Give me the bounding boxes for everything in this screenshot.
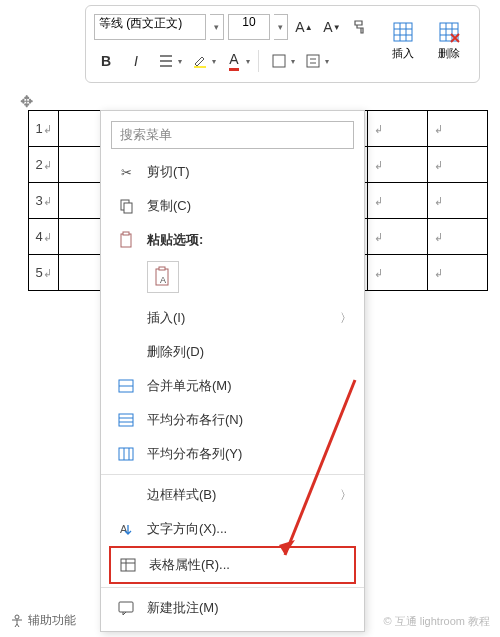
highlight-icon[interactable]: [188, 49, 212, 73]
merge-cells-icon: [115, 375, 137, 397]
table-properties-icon: [117, 554, 139, 576]
status-bar-accessibility[interactable]: 辅助功能: [10, 612, 76, 629]
comment-icon: [115, 597, 137, 619]
paste-option-keep-text[interactable]: A: [147, 261, 179, 293]
size-dropdown-icon[interactable]: ▾: [274, 14, 288, 40]
text-direction-icon: A: [115, 518, 137, 540]
insert-label: 插入: [392, 46, 414, 61]
context-menu: 搜索菜单 ✂ 剪切(T) 复制(C) 粘贴选项: A 插入(I) 〉 删除列(D…: [100, 110, 365, 632]
svg-rect-25: [159, 267, 165, 270]
border-icon[interactable]: [267, 49, 291, 73]
svg-rect-29: [119, 414, 133, 426]
menu-cut[interactable]: ✂ 剪切(T): [101, 155, 364, 189]
chevron-right-icon: 〉: [340, 487, 352, 504]
increase-font-icon[interactable]: A▲: [292, 15, 316, 39]
menu-table-properties[interactable]: 表格属性(R)...: [111, 548, 354, 582]
font-dropdown-icon[interactable]: ▾: [210, 14, 224, 40]
dist-cols-icon: [115, 443, 137, 465]
chevron-right-icon: 〉: [340, 310, 352, 327]
svg-rect-22: [121, 234, 131, 247]
font-select[interactable]: 等线 (西文正文): [94, 14, 206, 40]
delete-label: 删除: [438, 46, 460, 61]
scissors-icon: ✂: [115, 161, 137, 183]
menu-border-style[interactable]: 边框样式(B) 〉: [101, 478, 364, 512]
delete-button[interactable]: 删除: [429, 12, 469, 68]
decrease-font-icon[interactable]: A▼: [320, 15, 344, 39]
menu-delete-col[interactable]: 删除列(D): [101, 335, 364, 369]
format-painter-icon[interactable]: [348, 15, 372, 39]
svg-rect-32: [119, 448, 133, 460]
align-icon[interactable]: [154, 49, 178, 73]
font-size-select[interactable]: 10: [228, 14, 270, 40]
accessibility-icon: [10, 614, 24, 628]
svg-rect-21: [124, 203, 132, 213]
svg-rect-23: [123, 232, 129, 235]
menu-dist-cols[interactable]: 平均分布各列(Y): [101, 437, 364, 471]
svg-rect-17: [307, 55, 319, 67]
bold-icon[interactable]: B: [94, 49, 118, 73]
svg-text:A: A: [160, 275, 166, 285]
font-color-icon[interactable]: A: [222, 49, 246, 73]
menu-dist-rows[interactable]: 平均分布各行(N): [101, 403, 364, 437]
svg-point-42: [15, 615, 19, 619]
clipboard-icon: [115, 229, 137, 251]
highlighted-menu-item: 表格属性(R)...: [109, 546, 356, 584]
menu-copy[interactable]: 复制(C): [101, 189, 364, 223]
svg-rect-15: [194, 66, 206, 68]
insert-button[interactable]: 插入: [383, 12, 423, 68]
menu-text-direction[interactable]: A 文字方向(X)...: [101, 512, 364, 546]
menu-paste-options: 粘贴选项:: [101, 223, 364, 257]
cell-align-icon[interactable]: [301, 49, 325, 73]
italic-icon[interactable]: I: [124, 49, 148, 73]
svg-rect-16: [273, 55, 285, 67]
copy-icon: [115, 195, 137, 217]
table-anchor-icon[interactable]: ✥: [20, 92, 33, 111]
svg-rect-39: [119, 602, 133, 612]
menu-merge-cells[interactable]: 合并单元格(M): [101, 369, 364, 403]
menu-insert[interactable]: 插入(I) 〉: [101, 301, 364, 335]
menu-search-input[interactable]: 搜索菜单: [111, 121, 354, 149]
mini-toolbar: 等线 (西文正文) ▾ 10 ▾ A▲ A▼ 插入 删除 B I ▾ ▾ A ▾: [85, 5, 480, 83]
svg-rect-0: [394, 23, 412, 41]
menu-new-comment[interactable]: 新建批注(M): [101, 591, 364, 625]
watermark: © 互通 lightroom 教程: [383, 614, 490, 629]
svg-rect-36: [121, 559, 135, 571]
dist-rows-icon: [115, 409, 137, 431]
